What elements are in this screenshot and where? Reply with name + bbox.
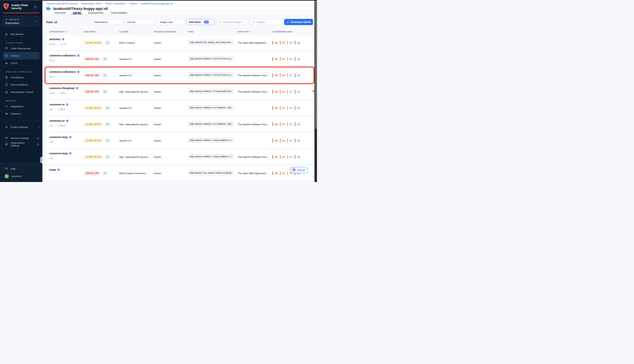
sidebar-item-label: Account Settings [11, 137, 29, 140]
column-header-purl[interactable]: PURL [188, 30, 238, 33]
low-severity-count: L0 [297, 107, 300, 110]
table-row[interactable]: commons-io 2.2→2.20.0 CLOSE TO EOL +1 ht… [46, 117, 313, 132]
oss-risks-cell: END OF LIFE +1 [84, 171, 119, 176]
current-version: 1.4 [49, 108, 53, 111]
purl-cell: pkg:maven/commons-collections/co… [188, 72, 238, 78]
breadcrumb-link[interactable]: Organization: SSCA [81, 2, 102, 5]
column-header-oss-risks[interactable]: OSS RISKS [84, 30, 119, 33]
dependency-name: commons-io [49, 103, 65, 106]
purl-chip[interactable]: pkg:maven/commons-io/commons-io@… [188, 105, 233, 110]
table-row[interactable]: commons-lang 2.6 CLOSE TO EOL +1 http---… [46, 150, 313, 164]
purl-chip[interactable]: pkg:maven/commons-collections/co… [188, 56, 233, 61]
search-input-supplier[interactable] [256, 21, 280, 24]
purl-chip[interactable]: pkg:maven/commons-io/commons-io@… [188, 122, 233, 126]
sidebar-collapse-handle[interactable]: ◂ [40, 157, 42, 163]
package-manager-cell: maven [154, 172, 188, 175]
dependency-version: 1.4→2.20.0 [49, 108, 84, 111]
search-input-package-manager[interactable] [222, 21, 246, 24]
more-risks-badge[interactable]: +1 [105, 122, 110, 127]
column-header-license[interactable]: LICENSE [119, 30, 154, 33]
sidebar-item-rule-definitions[interactable]: Rule Definitions [0, 81, 42, 88]
table-row[interactable]: commons-io 1.4→2.20.0 CLOSE TO EOL +1 Ap… [46, 100, 313, 115]
package-manager-cell: maven [154, 90, 188, 93]
user-menu[interactable]: L Lavakush [0, 172, 42, 180]
project-selector[interactable]: PROJECT Exploratory › [3, 16, 40, 26]
sidebar-item-project-settings[interactable]: Project Settings› [0, 123, 42, 131]
breadcrumb-link[interactable]: Artifacts [129, 2, 137, 5]
more-risks-badge[interactable]: +1 [105, 138, 110, 143]
more-risks-badge[interactable]: +1 [102, 89, 108, 94]
column-header-supplier[interactable]: SUPPLIER▲▼ [238, 30, 272, 33]
filter-select-license[interactable]: License [125, 19, 156, 25]
tab-sbom[interactable]: SBOM [71, 11, 82, 14]
download-sbom-button[interactable]: Download SBOM [284, 19, 313, 25]
more-risks-badge[interactable]: +1 [105, 106, 110, 110]
table-row[interactable]: commons-fileupload 1.3.1→1.6.0 END OF LI… [46, 84, 313, 99]
breadcrumb-link[interactable]: Project: Exploratory [105, 2, 125, 5]
sidebar-item-artifacts[interactable]: Artifacts [3, 52, 40, 60]
scrollbar[interactable] [314, 0, 317, 182]
sidebar-item-pipelines[interactable]: Pipelines [0, 110, 42, 117]
sidebar-item-organization-settings[interactable]: Organization Settings [0, 141, 42, 147]
module-switcher-icon[interactable] [34, 5, 37, 8]
purl-chip[interactable]: pkg:maven/org.owasp.antisamy/ant… [188, 40, 233, 45]
sidebar-item-ci-cd[interactable]: ∞CI/CD [0, 60, 42, 67]
help-button[interactable]: ? Help [0, 165, 42, 172]
column-header-vulnerabilities[interactable]: VULNERABILITIES [272, 30, 313, 33]
arrow-right-icon: → [54, 108, 57, 111]
high-severity-bar [280, 138, 280, 142]
breadcrumb-link[interactable]: Account: app-harness-ng-cicd [47, 2, 77, 5]
table-row[interactable]: esapi END OF LIFE +1 BSD-Creative Common… [46, 166, 313, 180]
oss-risks-cell: CLOSE TO EOL +1 [84, 138, 119, 143]
info-icon[interactable] [37, 137, 40, 140]
medium-severity-bar [287, 122, 288, 126]
oss-risks-cell: CLOSE TO EOL +1 [84, 106, 119, 110]
table-row[interactable]: antisamy 1.5.3→1.7.8 CLOSE TO EOL +1 BSD… [46, 35, 313, 50]
purl-chip[interactable]: pkg:maven/commons-lang/commons-l… [188, 154, 233, 159]
license-cell: Apache-2.0 [119, 74, 154, 77]
table-row[interactable]: commons-lang 2.4 CLOSE TO EOL +1 Apache-… [46, 133, 313, 148]
high-severity-count: H0 [282, 156, 285, 158]
ask-ai-button[interactable]: Ask AI [290, 167, 308, 173]
chevron-right-icon: › [36, 20, 37, 23]
critical-severity-bar [272, 90, 273, 94]
tab-overview[interactable]: Overview [53, 11, 67, 14]
column-header-package-manager[interactable]: PACKAGE MANAGER [154, 30, 188, 33]
table-row-highlighted[interactable]: commons-collections 3.2.2 END OF LIFE +1… [46, 68, 313, 83]
column-label: OSS RISKS [84, 30, 96, 33]
purl-chip[interactable]: pkg:maven/org.owasp.esapi/esapi@… [188, 170, 233, 175]
low-severity-count: L0 [297, 58, 300, 60]
column-header-dependency[interactable]: DEPENDENCY▾ [49, 30, 84, 33]
more-risks-badge[interactable]: +1 [102, 57, 108, 62]
purl-chip[interactable]: pkg:maven/commons-fileupload/com… [188, 89, 233, 94]
high-severity-bar [280, 90, 280, 94]
purl-chip[interactable]: pkg:maven/commons-collections/co… [188, 72, 233, 77]
info-icon[interactable] [37, 143, 40, 146]
more-risks-badge[interactable]: +1 [102, 171, 108, 176]
scrollbar-thumb[interactable] [315, 0, 317, 129]
more-risks-badge[interactable]: +1 [105, 154, 110, 159]
sidebar-section-risk-and-compliance: RISK AND COMPLIANCE [6, 71, 42, 73]
tab-deployments[interactable]: Deployments [87, 11, 105, 14]
sidebar-item-remediation-tracker[interactable]: Remediation Tracker [0, 88, 42, 96]
purl-chip[interactable]: pkg:maven/commons-lang/commons-l… [188, 138, 233, 142]
chevron-down-icon [210, 21, 213, 23]
sidebar-item-code-repositories[interactable]: Code Repositories [0, 45, 42, 52]
sidebar-item-get-started[interactable]: Get Started [0, 30, 42, 38]
filter-select-dependency[interactable]: Dependency [92, 19, 123, 25]
more-risks-badge[interactable]: +1 [102, 73, 108, 78]
more-risks-badge[interactable]: +1 [105, 40, 110, 45]
tab-vulnerabilities[interactable]: Vulnerabilities [109, 11, 129, 14]
sidebar-item-account-settings[interactable]: Account Settings [0, 135, 42, 141]
package-manager-cell: maven [154, 107, 188, 110]
sidebar-item-compliance[interactable]: Compliance [0, 74, 42, 81]
sidebar-item-integrations[interactable]: Integrations [0, 103, 42, 110]
filter-select-oss-risks[interactable]: OSS Risks02 [186, 19, 215, 25]
table-row[interactable]: commons-collections 3.2.1 END OF LIFE +1… [46, 52, 313, 66]
risk-badge: CLOSE TO EOL [84, 122, 103, 126]
breadcrumb-link[interactable]: lavakush07/easy-buggy-app:v6 [141, 2, 173, 5]
oss-risks-cell: CLOSE TO EOL +1 [84, 122, 119, 127]
toolbar: Total: 12 DependencyLicenseImage LayerOS… [46, 19, 313, 25]
purl-cell: pkg:maven/org.owasp.antisamy/ant… [188, 40, 238, 46]
filter-select-image-layer[interactable]: Image Layer [157, 19, 185, 25]
